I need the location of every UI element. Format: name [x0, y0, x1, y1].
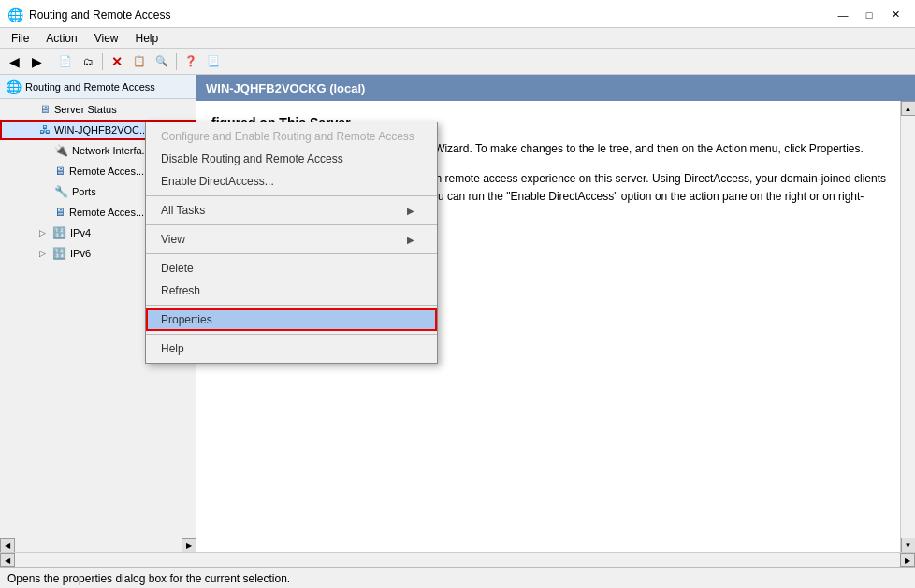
ipv6-expand-icon: ▷: [39, 249, 49, 258]
toolbar-sep-2: [102, 53, 103, 70]
ctx-enable-directaccess-label: Enable DirectAccess...: [161, 175, 274, 188]
remote-log-label: Remote Acces...: [69, 165, 144, 177]
right-scrollbar: ▲ ▼: [900, 101, 915, 552]
network-icon: 🔌: [54, 144, 68, 157]
ctx-all-tasks[interactable]: All Tasks ▶: [146, 199, 437, 222]
context-menu: Configure and Enable Routing and Remote …: [145, 122, 438, 364]
left-scroll-right-button[interactable]: ▶: [182, 538, 196, 552]
ctx-disable[interactable]: Disable Routing and Remote Access: [146, 148, 437, 170]
scroll-down-button[interactable]: ▼: [901, 538, 916, 552]
win-icon: 🖧: [39, 123, 51, 136]
delete-button[interactable]: ✕: [107, 51, 127, 72]
toolbar-sep-3: [176, 53, 177, 70]
remote-log-icon: 🖥: [54, 165, 65, 178]
ipv4-expand-icon: ▷: [39, 228, 49, 237]
ports-icon: 🔧: [54, 185, 68, 198]
left-scroll-left-button[interactable]: ◀: [0, 538, 15, 552]
window-title: Routing and Remote Access: [29, 8, 170, 22]
right-panel-header: WIN-JQHFB2VOCKG (local): [196, 75, 915, 101]
ctx-view[interactable]: View ▶: [146, 228, 437, 251]
right-header-title: WIN-JQHFB2VOCKG (local): [206, 81, 365, 95]
show-hide-button[interactable]: 🗂: [78, 51, 98, 72]
title-bar-controls: — □ ✕: [831, 6, 908, 24]
h-scroll-left-button[interactable]: ◀: [0, 553, 15, 567]
tree-item-server-status[interactable]: 🖥 Server Status: [0, 99, 196, 120]
toolbar: ◀ ▶ 📄 🗂 ✕ 📋 🔍 ❓ 📃: [0, 49, 915, 75]
ipv6-icon: 🔢: [52, 247, 66, 260]
menu-file[interactable]: File: [4, 30, 36, 47]
left-horizontal-scrollbar: ◀ ▶: [0, 538, 196, 552]
up-button[interactable]: 📄: [55, 51, 76, 72]
menu-view[interactable]: View: [87, 30, 126, 47]
ctx-delete-label: Delete: [161, 262, 194, 275]
ctx-sep-4: [146, 305, 437, 306]
main-area: 🌐 Routing and Remote Access 🖥 Server Sta…: [0, 75, 915, 552]
app-icon: 🌐: [7, 7, 23, 22]
status-text: Opens the properties dialog box for the …: [7, 572, 290, 585]
win-node-label: WIN-JQHFB2VOC...: [54, 124, 148, 136]
ctx-sep-5: [146, 334, 437, 335]
ctx-configure[interactable]: Configure and Enable Routing and Remote …: [146, 125, 437, 148]
h-scroll-track[interactable]: [15, 553, 900, 567]
policy-icon: 🖥: [54, 206, 65, 219]
h-scroll-right-button[interactable]: ▶: [900, 553, 915, 567]
help-toolbar-button[interactable]: ❓: [181, 51, 201, 72]
ctx-refresh[interactable]: Refresh: [146, 280, 437, 302]
network-label: Network Interfa...: [72, 145, 151, 156]
ctx-all-tasks-label: All Tasks: [161, 204, 205, 217]
ctx-properties[interactable]: Properties: [146, 308, 437, 331]
ctx-enable-directaccess[interactable]: Enable DirectAccess...: [146, 170, 437, 193]
server-status-label: Server Status: [54, 104, 117, 115]
refresh-button[interactable]: 🔍: [152, 51, 172, 72]
close-button[interactable]: ✕: [883, 6, 908, 24]
menu-help[interactable]: Help: [128, 30, 167, 47]
ctx-view-label: View: [161, 233, 185, 246]
title-bar-left: 🌐 Routing and Remote Access: [7, 7, 170, 22]
ctx-help-label: Help: [161, 342, 184, 355]
server-status-icon: 🖥: [39, 103, 51, 116]
menu-bar: File Action View Help: [0, 28, 915, 49]
bottom-scrollbar: ◀ ▶: [0, 552, 915, 567]
back-button[interactable]: ◀: [4, 51, 24, 72]
status-bar: Opens the properties dialog box for the …: [0, 567, 915, 588]
ctx-sep-3: [146, 253, 437, 254]
left-scroll-track[interactable]: [15, 538, 182, 552]
ctx-refresh-label: Refresh: [161, 284, 200, 297]
scroll-up-button[interactable]: ▲: [901, 101, 916, 116]
minimize-button[interactable]: —: [831, 6, 855, 24]
title-bar: 🌐 Routing and Remote Access — □ ✕: [0, 0, 915, 28]
ctx-delete[interactable]: Delete: [146, 257, 437, 280]
menu-action[interactable]: Action: [38, 30, 84, 47]
ctx-all-tasks-arrow: ▶: [407, 206, 414, 216]
properties-toolbar-button[interactable]: 📋: [129, 51, 150, 72]
ctx-sep-1: [146, 195, 437, 196]
policy-label: Remote Acces...: [69, 207, 144, 218]
rra-icon: 🌐: [6, 79, 22, 94]
ipv6-label: IPv6: [70, 248, 91, 259]
ctx-configure-label: Configure and Enable Routing and Remote …: [161, 130, 414, 143]
ports-label: Ports: [72, 186, 96, 197]
maximize-button[interactable]: □: [857, 6, 881, 24]
toolbar-sep-1: [51, 53, 51, 70]
ctx-sep-2: [146, 224, 437, 225]
export-button[interactable]: 📃: [203, 51, 224, 72]
ipv4-label: IPv4: [70, 227, 91, 238]
ctx-view-arrow: ▶: [407, 235, 414, 245]
ctx-properties-label: Properties: [161, 313, 212, 326]
ipv4-icon: 🔢: [52, 226, 66, 239]
tree-root[interactable]: 🌐 Routing and Remote Access: [0, 75, 196, 99]
forward-button[interactable]: ▶: [26, 51, 47, 72]
ctx-help[interactable]: Help: [146, 337, 437, 360]
ctx-disable-label: Disable Routing and Remote Access: [161, 152, 343, 165]
tree-root-label: Routing and Remote Access: [25, 81, 155, 93]
